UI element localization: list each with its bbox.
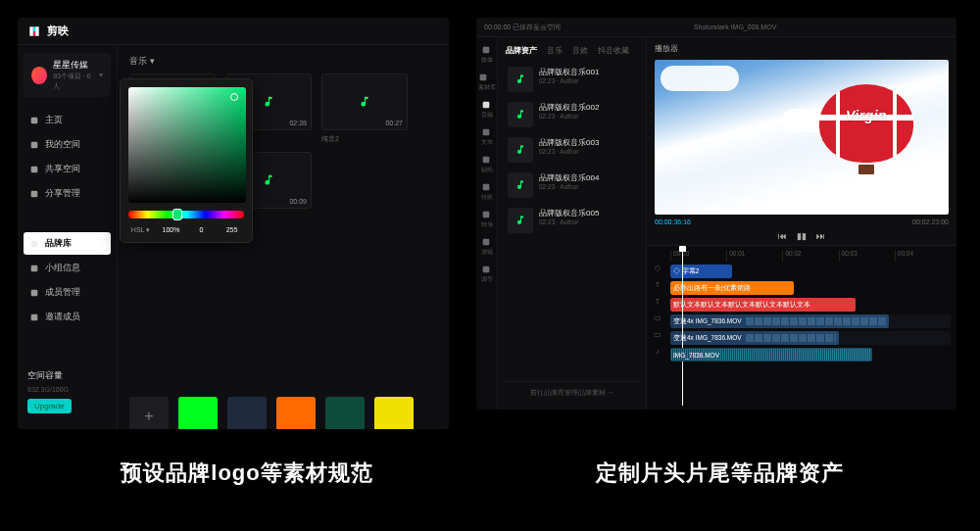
hue-slider[interactable] — [128, 211, 244, 218]
rail-item[interactable]: 转场 — [481, 210, 493, 227]
asset-row[interactable]: 品牌版权音乐00102:23 · Author — [504, 62, 640, 97]
asset-subtitle: 02:23 · Author — [539, 183, 599, 190]
sidebar-item-home[interactable]: 主页 — [24, 109, 111, 131]
hue-thumb-icon[interactable] — [172, 209, 182, 220]
rail-item[interactable]: 调节 — [481, 265, 493, 282]
timeline[interactable]: ◇ T T ▭ ▭ ♪ 00:0000:0100:0200:0300:04 ◇ … — [647, 245, 956, 410]
asset-footer-link[interactable]: 前往品牌库管理品牌素材 → — [504, 381, 640, 404]
asset-row[interactable]: 品牌版权音乐00502:23 · Author — [504, 203, 640, 238]
rail-icon — [478, 72, 488, 82]
picker-val-3[interactable]: 255 — [220, 226, 244, 234]
asset-row[interactable]: 品牌版权音乐00402:23 · Author — [504, 168, 640, 203]
sidebar-item-brand[interactable]: 品牌库 — [24, 232, 111, 255]
text-track-2[interactable]: 默认文本默认文本默认文本默认文本默认文本 — [670, 298, 951, 312]
sidebar-item-share2[interactable]: 分享管理 — [24, 182, 111, 205]
sidebar-item-label: 小组信息 — [45, 262, 80, 274]
music-section-label[interactable]: 音乐 ▾ — [129, 55, 437, 68]
color-picker-popover[interactable]: HSL ▾ 100% 0 255 — [120, 78, 253, 243]
color-cursor-icon[interactable] — [230, 93, 238, 101]
video-track-1[interactable]: 变速4x IMG_7836.MOV — [670, 314, 951, 328]
brand-icon — [29, 239, 39, 249]
sidebar-item-member[interactable]: 成员管理 — [24, 281, 111, 304]
music-tile[interactable]: 00:27 — [321, 73, 408, 130]
tool-rail: 媒体素材库音频文本贴纸特效转场滤镜调节 — [476, 37, 498, 410]
rail-item[interactable]: 文本 — [481, 127, 493, 145]
asset-row[interactable]: 品牌版权音乐00302:23 · Author — [504, 132, 640, 168]
prev-button[interactable]: ⏮ — [778, 231, 787, 241]
video-track-2[interactable]: 变速4x IMG_7836.MOV — [670, 331, 951, 345]
upgrade-button[interactable]: Upgrade — [27, 399, 72, 413]
clip-audio[interactable]: IMG_7836.MOV — [670, 348, 872, 362]
audio-track[interactable]: IMG_7836.MOV — [670, 348, 951, 362]
rail-item[interactable]: 媒体 — [481, 45, 493, 63]
music-note-icon — [514, 109, 526, 121]
rail-label: 贴纸 — [481, 167, 493, 172]
text-track-1[interactable]: 必胜出路有一条|优素侬路 — [670, 281, 951, 295]
asset-tab[interactable]: 音乐 — [547, 45, 563, 56]
play-pause-button[interactable]: ▮▮ — [797, 231, 807, 241]
ruler-tick: 00:04 — [895, 250, 951, 262]
asset-title: 品牌版权音乐003 — [539, 137, 599, 148]
left-sidebar: 星星传媒 83个项目 · 6人 ▾ 主页我的空间共享空间分享管理 品牌库小组信息… — [18, 45, 118, 429]
sidebar-item-invite[interactable]: 邀请成员 — [24, 306, 111, 328]
caption-left: 预设品牌logo等素材规范 — [18, 459, 476, 488]
clip-video-2[interactable]: 变速4x IMG_7836.MOV — [670, 331, 839, 345]
sidebar-item-share[interactable]: 共享空间 — [24, 158, 111, 180]
music-duration: 02:28 — [289, 120, 307, 126]
lock-icon[interactable]: ◇ — [655, 264, 661, 272]
clip-video-1[interactable]: 变速4x IMG_7836.MOV — [670, 314, 889, 328]
palette-swatch[interactable] — [227, 397, 267, 429]
text-track-icon[interactable]: T — [656, 297, 661, 306]
palette-swatch[interactable] — [276, 397, 316, 429]
sidebar-item-label: 我的空间 — [45, 138, 80, 151]
asset-subtitle: 02:23 · Author — [539, 218, 599, 225]
palette-swatch[interactable] — [178, 397, 218, 429]
next-button[interactable]: ⏭ — [816, 231, 825, 241]
rail-item[interactable]: 素材库 — [478, 72, 496, 90]
asset-title: 品牌版权音乐004 — [539, 172, 599, 183]
music-note-icon — [262, 95, 275, 109]
sidebar-item-box[interactable]: 我的空间 — [24, 133, 111, 156]
sidebar-item-team[interactable]: 小组信息 — [24, 257, 111, 279]
text-track-icon[interactable]: T — [656, 280, 661, 289]
asset-tab[interactable]: 品牌资产 — [506, 45, 537, 56]
brand-library-main: 音乐 ▾ ⊕ 上传 02:28纯音100:27纯音2 02:28纯音300:09… — [118, 45, 449, 429]
palette-swatch[interactable] — [325, 397, 365, 429]
team-switcher[interactable]: 星星传媒 83个项目 · 6人 ▾ — [24, 53, 111, 97]
color-saturation-field[interactable] — [128, 87, 246, 203]
video-player[interactable]: Virgin — [655, 60, 949, 215]
picker-mode[interactable]: HSL — [131, 226, 144, 233]
clip-text-1[interactable]: 必胜出路有一条|优素侬路 — [670, 281, 794, 295]
sidebar-item-label: 邀请成员 — [45, 311, 80, 323]
subtitle-track[interactable]: ◇ 字幕2 — [670, 265, 951, 278]
asset-tab[interactable]: 音效 — [572, 45, 588, 56]
audio-track-icon[interactable]: ♪ — [656, 347, 660, 356]
rail-item[interactable]: 特效 — [481, 182, 493, 200]
clip-subtitle[interactable]: ◇ 字幕2 — [670, 265, 732, 278]
playhead-icon[interactable] — [682, 249, 683, 406]
team-subtitle: 83个项目 · 6人 — [53, 72, 93, 91]
rail-item[interactable]: 滤镜 — [481, 237, 493, 255]
rail-icon — [481, 210, 491, 219]
ruler-tick: 00:03 — [839, 250, 895, 262]
track-type-rail: ◇ T T ▭ ▭ ♪ — [647, 246, 668, 410]
add-color-button[interactable]: + — [129, 397, 169, 429]
time-ruler[interactable]: 00:0000:0100:0200:0300:04 — [670, 250, 951, 262]
asset-thumb — [508, 67, 533, 92]
palette-swatch[interactable] — [374, 397, 414, 429]
picker-val-1[interactable]: 100% — [159, 226, 183, 234]
rail-label: 滤镜 — [481, 249, 493, 255]
video-track-icon[interactable]: ▭ — [654, 330, 662, 339]
asset-tab[interactable]: 抖音收藏 — [598, 45, 629, 56]
rail-label: 素材库 — [478, 84, 496, 90]
picker-val-2[interactable]: 0 — [189, 226, 214, 234]
rail-item[interactable]: 贴纸 — [481, 155, 493, 172]
thumbnail-strip-icon — [746, 317, 886, 325]
rail-item[interactable]: 音频 — [481, 100, 493, 118]
video-track-icon[interactable]: ▭ — [654, 314, 662, 322]
music-note-icon — [358, 95, 371, 109]
rail-label: 调节 — [481, 276, 493, 282]
clip-text-2[interactable]: 默认文本默认文本默认文本默认文本默认文本 — [670, 298, 856, 312]
asset-row[interactable]: 品牌版权音乐00202:23 · Author — [504, 97, 640, 132]
music-note-icon — [514, 73, 526, 85]
